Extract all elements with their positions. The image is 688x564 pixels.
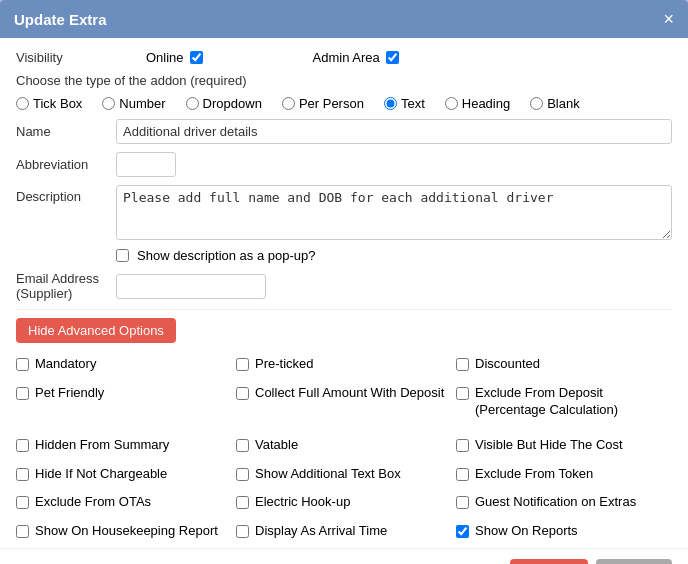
check-show-reports: Show On Reports [456,520,672,543]
admin-visibility-item: Admin Area [313,50,399,65]
check-show-additional-text: Show Additional Text Box [236,463,452,486]
check-hidden-summary: Hidden From Summary [16,434,232,457]
popup-checkbox[interactable] [116,249,129,262]
checkboxes-grid: Mandatory Pre-ticked Discounted Pet Frie… [16,353,672,543]
check-exclude-deposit: Exclude From Deposit (Percentage Calcula… [456,382,672,422]
name-row: Name [16,119,672,144]
popup-row: Show description as a pop-up? [116,248,672,263]
modal-body: Visibility Online Admin Area Choose the … [0,38,688,548]
abbreviation-row: Abbreviation [16,152,672,177]
close-button[interactable]: × [663,10,674,28]
abbreviation-label: Abbreviation [16,157,116,172]
addon-type-group: Tick Box Number Dropdown Per Person Text… [16,96,672,111]
email-label: Email Address (Supplier) [16,271,116,301]
online-checkbox[interactable] [190,51,203,64]
check-display-arrival: Display As Arrival Time [236,520,452,543]
visibility-label: Visibility [16,50,116,65]
modal-title: Update Extra [14,11,107,28]
radio-number[interactable]: Number [102,96,165,111]
radio-per-person[interactable]: Per Person [282,96,364,111]
modal-header: Update Extra × [0,0,688,38]
modal-footer: Update Cancel [0,548,688,564]
cancel-button[interactable]: Cancel [596,559,672,564]
visibility-row: Visibility Online Admin Area [16,50,672,65]
description-row: Description Please add full name and DOB… [16,185,672,240]
advanced-options-button[interactable]: Hide Advanced Options [16,318,176,343]
abbreviation-input[interactable] [116,152,176,177]
check-show-housekeeping: Show On Housekeeping Report [16,520,232,543]
check-discounted: Discounted [456,353,672,376]
radio-text[interactable]: Text [384,96,425,111]
check-exclude-otas: Exclude From OTAs [16,491,232,514]
online-visibility-item: Online [146,50,203,65]
name-label: Name [16,124,116,139]
check-exclude-token: Exclude From Token [456,463,672,486]
check-electric-hookup: Electric Hook-up [236,491,452,514]
admin-label: Admin Area [313,50,380,65]
check-hide-not-chargeable: Hide If Not Chargeable [16,463,232,486]
check-collect-full: Collect Full Amount With Deposit [236,382,452,422]
check-vatable: Vatable [236,434,452,457]
name-input[interactable] [116,119,672,144]
admin-checkbox[interactable] [386,51,399,64]
update-button[interactable]: Update [510,559,588,564]
radio-dropdown[interactable]: Dropdown [186,96,262,111]
description-textarea[interactable]: Please add full name and DOB for each ad… [116,185,672,240]
addon-type-prompt: Choose the type of the addon (required) [16,73,672,88]
description-label: Description [16,189,116,204]
check-guest-notification: Guest Notification on Extras [456,491,672,514]
check-pet-friendly: Pet Friendly [16,382,232,422]
popup-label: Show description as a pop-up? [137,248,316,263]
modal-dialog: Update Extra × Visibility Online Admin A… [0,0,688,564]
radio-blank[interactable]: Blank [530,96,580,111]
online-label: Online [146,50,184,65]
email-row: Email Address (Supplier) [16,271,672,301]
check-mandatory: Mandatory [16,353,232,376]
check-visible-hide-cost: Visible But Hide The Cost [456,434,672,457]
email-input[interactable] [116,274,266,299]
check-pre-ticked: Pre-ticked [236,353,452,376]
radio-tick-box[interactable]: Tick Box [16,96,82,111]
radio-heading[interactable]: Heading [445,96,510,111]
